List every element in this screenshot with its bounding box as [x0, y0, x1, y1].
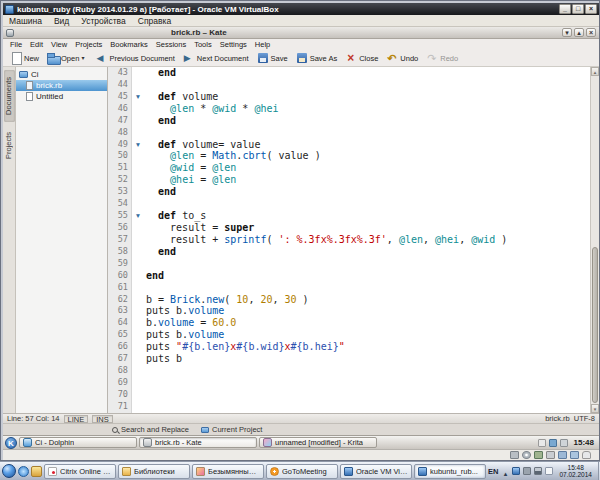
code-line[interactable]: 58 end	[108, 246, 599, 258]
undo-button[interactable]: Undo	[382, 51, 422, 65]
code-line[interactable]: 45▼ def volume	[108, 91, 599, 103]
save-as-button[interactable]: Save As	[292, 51, 342, 65]
menu-item-sessions[interactable]: Sessions	[152, 40, 190, 49]
code-line[interactable]: 49▼ def volume= value	[108, 139, 599, 151]
menu-item-item[interactable]: Устройства	[75, 16, 131, 26]
code-line[interactable]: 67puts b	[108, 353, 599, 365]
hidden-icons-chevron-icon[interactable]	[501, 462, 509, 480]
code-line[interactable]: 64b.volume = 60.0	[108, 317, 599, 329]
menu-item-edit[interactable]: Edit	[26, 40, 47, 49]
menu-item-item[interactable]: Машина	[3, 16, 48, 26]
code-line[interactable]: 43 end	[108, 67, 599, 79]
scroll-down-icon[interactable]	[591, 404, 599, 413]
code-line[interactable]: 57 result + sprintf( ': %.3fx%.3fx%.3f',…	[108, 234, 599, 246]
editor[interactable]: 43 end4445▼ def volume46 @len * @wid * @…	[108, 67, 599, 413]
kde-clock[interactable]: 15:48	[571, 438, 597, 447]
cd-status-icon[interactable]	[522, 451, 531, 459]
vbox-titlebar[interactable]: kubuntu_ruby (Ruby 2014.01.29 a) [Работа…	[3, 3, 599, 15]
volume-tray-icon[interactable]	[523, 467, 531, 475]
language-indicator[interactable]: EN	[488, 467, 498, 476]
code-line[interactable]: 46 @len * @wid * @hei	[108, 103, 599, 115]
vbox-tray-icon[interactable]	[512, 467, 520, 475]
code-line[interactable]: 50 @len = Math.cbrt( value )	[108, 150, 599, 162]
document-item-brick-rb[interactable]: brick.rb	[16, 80, 107, 91]
notifier-tray-icon[interactable]	[560, 439, 568, 447]
code-line[interactable]: 47 end	[108, 115, 599, 127]
menu-item-view[interactable]: View	[47, 40, 71, 49]
code-line[interactable]: 61	[108, 282, 599, 294]
usb-status-icon[interactable]	[546, 451, 555, 459]
network-tray-icon[interactable]	[549, 439, 557, 447]
insert-mode-indicator[interactable]: INS	[92, 415, 113, 423]
clipboard-tray-icon[interactable]	[538, 439, 546, 447]
code-line[interactable]: 66puts "#{b.len}x#{b.wid}x#{b.hei}"	[108, 341, 599, 353]
code-line[interactable]: 48	[108, 127, 599, 139]
task-button-item[interactable]: Библиотеки	[118, 464, 190, 479]
kde-task-ci-dolphin[interactable]: Ci - Dolphin	[19, 437, 137, 448]
menu-item-settings[interactable]: Settings	[216, 40, 251, 49]
taskbar-clock[interactable]: 15:48 07.02.2014	[556, 464, 595, 478]
side-tab-projects[interactable]: Projects	[4, 125, 15, 166]
code-line[interactable]: 65puts b.volume	[108, 329, 599, 341]
document-item-untitled[interactable]: Untitled	[16, 91, 107, 102]
hdd-status-icon[interactable]	[510, 451, 519, 459]
code-line[interactable]: 59	[108, 258, 599, 270]
code-line[interactable]: 69	[108, 377, 599, 389]
scrollbar-thumb[interactable]	[592, 247, 598, 403]
menu-item-item[interactable]: Справка	[132, 16, 177, 26]
kde-task-unnamed-modified-krita[interactable]: unnamed [modified] - Krita	[259, 437, 377, 448]
network-tray-icon[interactable]	[534, 467, 542, 475]
fold-arrow-icon[interactable]: ▼	[132, 210, 144, 222]
fold-arrow-icon[interactable]: ▼	[132, 139, 144, 151]
code-line[interactable]: 56 result = super	[108, 222, 599, 234]
menu-item-projects[interactable]: Projects	[71, 40, 106, 49]
side-tab-documents[interactable]: Documents	[4, 70, 15, 122]
browser-quicklaunch-icon[interactable]	[18, 466, 29, 477]
kate-titlebar[interactable]: brick.rb – Kate	[3, 27, 599, 39]
kate-maximize-icon[interactable]	[574, 28, 584, 37]
task-button-oracle-vm-virtu[interactable]: Oracle VM Virtu...	[340, 464, 412, 479]
statusbar-encoding[interactable]: UTF-8	[574, 414, 595, 423]
task-button-kubuntu-rub[interactable]: kubuntu_rub...	[414, 464, 486, 479]
documents-folder-row[interactable]: Ci	[16, 69, 107, 80]
kde-task-brick-rb-kate[interactable]: brick.rb - Kate	[139, 437, 257, 448]
code-line[interactable]: 62b = Brick.new( 10, 20, 30 )	[108, 294, 599, 306]
code-line[interactable]: 63puts b.volume	[108, 305, 599, 317]
menu-item-bookmarks[interactable]: Bookmarks	[106, 40, 152, 49]
selection-mode-indicator[interactable]: LINE	[64, 415, 89, 423]
display-status-icon[interactable]	[570, 451, 579, 459]
menu-item-help[interactable]: Help	[251, 40, 274, 49]
code-line[interactable]: 71	[108, 401, 599, 413]
code-line[interactable]: 54	[108, 198, 599, 210]
kate-minimize-icon[interactable]	[562, 28, 572, 37]
explorer-quicklaunch-icon[interactable]	[31, 466, 42, 477]
code-line[interactable]: 53 end	[108, 186, 599, 198]
close-icon[interactable]	[585, 4, 597, 14]
new-button[interactable]: New	[6, 51, 43, 65]
close-button[interactable]: Close	[341, 51, 382, 65]
code-line[interactable]: 70	[108, 389, 599, 401]
kde-menu-button[interactable]	[5, 437, 17, 449]
code-line[interactable]: 44	[108, 79, 599, 91]
next-document-button[interactable]: Next Document	[179, 51, 253, 65]
action-center-tray-icon[interactable]	[545, 467, 553, 475]
toolview-tab-current-project[interactable]: Current Project	[196, 424, 267, 435]
minimize-icon[interactable]	[559, 4, 571, 14]
network-status-icon[interactable]	[534, 451, 543, 459]
shared-folders-status-icon[interactable]	[558, 451, 567, 459]
kate-close-icon[interactable]	[586, 28, 596, 37]
code-line[interactable]: 55▼ def to_s	[108, 210, 599, 222]
open-button[interactable]: Open	[43, 51, 91, 65]
menu-item-item[interactable]: Вид	[48, 16, 75, 26]
editor-scrollbar[interactable]	[590, 67, 599, 413]
task-button-citrix-online-o[interactable]: Citrix Online - O...	[44, 464, 116, 479]
previous-document-button[interactable]: Previous Document	[91, 51, 178, 65]
scroll-up-icon[interactable]	[591, 67, 599, 76]
code-line[interactable]: 52 @hei = @len	[108, 174, 599, 186]
menu-item-file[interactable]: File	[6, 40, 26, 49]
maximize-icon[interactable]	[572, 4, 584, 14]
fold-arrow-icon[interactable]: ▼	[132, 91, 144, 103]
save-button[interactable]: Save	[253, 51, 292, 65]
code-line[interactable]: 51 @wid = @len	[108, 162, 599, 174]
toolview-tab-search-and-replace[interactable]: Search and Replace	[107, 424, 194, 435]
